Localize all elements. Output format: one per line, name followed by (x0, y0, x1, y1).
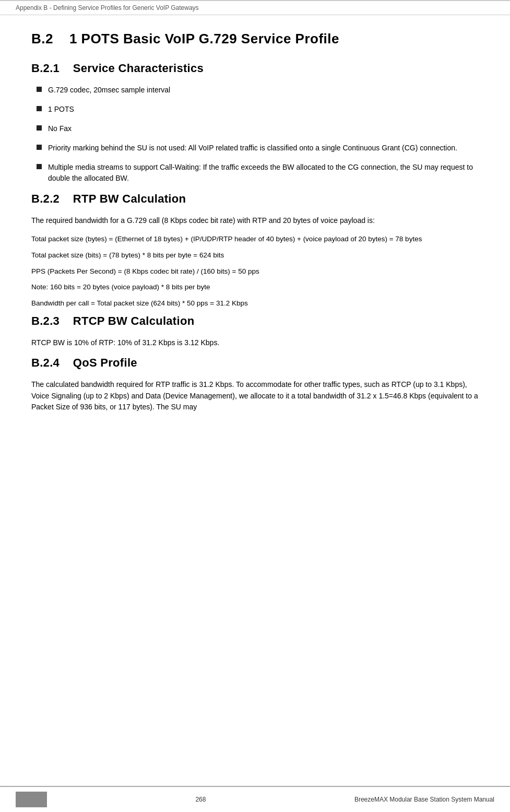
section-b24-number: B.2.4 (31, 356, 60, 369)
bullet-text: G.729 codec, 20msec sample interval (48, 85, 170, 96)
main-section-title: B.2 1 POTS Basic VoIP G.729 Service Prof… (31, 31, 479, 47)
section-b21-label: Service Characteristics (73, 62, 204, 75)
bullet-icon (37, 87, 42, 92)
section-b22-number: B.2.2 (31, 192, 60, 205)
rtcp-para: RTCP BW is 10% of RTP: 10% of 31.2 Kbps … (31, 337, 479, 349)
section-b23-title: B.2.3 RTCP BW Calculation (31, 314, 479, 328)
list-item: Multiple media streams to support Call-W… (37, 162, 479, 184)
bullet-icon (37, 145, 42, 150)
main-section-label: 1 POTS Basic VoIP G.729 Service Profile (69, 31, 339, 46)
header-text: Appendix B - Defining Service Profiles f… (16, 4, 199, 11)
list-item: No Fax (37, 123, 479, 134)
list-item: 1 POTS (37, 104, 479, 115)
bullet-text: Priority marking behind the SU is not us… (48, 143, 457, 154)
service-characteristics-list: G.729 codec, 20msec sample interval 1 PO… (31, 85, 479, 184)
bullet-text: 1 POTS (48, 104, 74, 115)
page-footer: 268 BreezeMAX Modular Base Station Syste… (0, 786, 510, 812)
list-item: G.729 codec, 20msec sample interval (37, 85, 479, 96)
section-b23-number: B.2.3 (31, 314, 60, 327)
bullet-text: Multiple media streams to support Call-W… (48, 162, 479, 184)
main-section-number: B.2 (31, 31, 53, 46)
section-b23-label: RTCP BW Calculation (73, 314, 195, 327)
bullet-icon (37, 106, 42, 111)
section-b21-number: B.2.1 (31, 62, 60, 75)
rtp-para-4: Note: 160 bits = 20 bytes (voice payload… (31, 282, 479, 293)
bullet-icon (37, 125, 42, 131)
footer-page-number: 268 (195, 796, 206, 803)
main-content: B.2 1 POTS Basic VoIP G.729 Service Prof… (0, 15, 510, 462)
footer-decoration (16, 792, 47, 807)
page-header: Appendix B - Defining Service Profiles f… (0, 0, 510, 15)
rtp-para-1: Total packet size (bytes) = (Ethernet of… (31, 234, 479, 245)
bullet-icon (37, 164, 42, 169)
rtp-para-2: Total packet size (bits) = (78 bytes) * … (31, 250, 479, 261)
section-b22-title: B.2.2 RTP BW Calculation (31, 192, 479, 206)
rtp-para-0: The required bandwidth for a G.729 call … (31, 215, 479, 227)
section-b24-label: QoS Profile (73, 356, 137, 369)
section-b21-title: B.2.1 Service Characteristics (31, 62, 479, 75)
top-border (0, 0, 510, 1)
section-b24-title: B.2.4 QoS Profile (31, 356, 479, 370)
list-item: Priority marking behind the SU is not us… (37, 143, 479, 154)
footer-text: BreezeMAX Modular Base Station System Ma… (354, 796, 494, 803)
qos-para: The calculated bandwidth required for RT… (31, 379, 479, 413)
section-b22-label: RTP BW Calculation (73, 192, 186, 205)
rtp-para-5: Bandwidth per call = Total packet size (… (31, 298, 479, 309)
rtp-para-3: PPS (Packets Per Second) = (8 Kbps codec… (31, 266, 479, 277)
bullet-text: No Fax (48, 123, 72, 134)
